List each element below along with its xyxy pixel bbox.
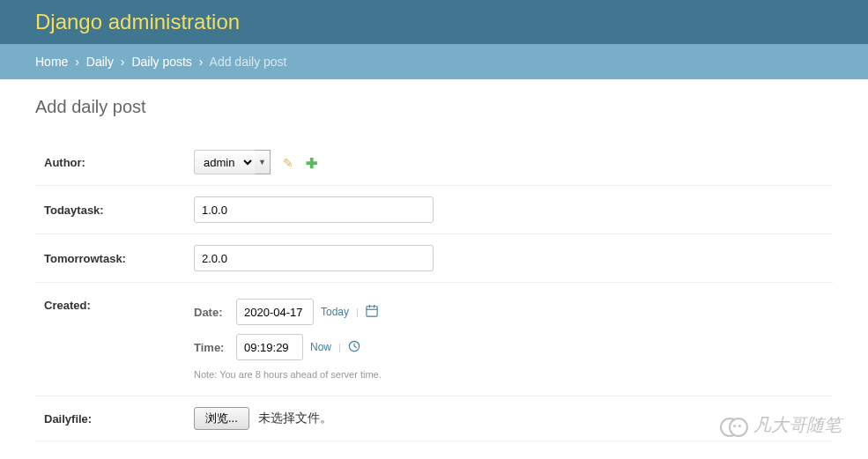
watermark-text: 凡大哥随笔: [753, 413, 842, 437]
tomorrowtask-label: Tomorrowtask:: [44, 252, 194, 265]
svg-rect-0: [367, 306, 377, 315]
watermark: 凡大哥随笔: [720, 413, 842, 437]
tomorrowtask-input[interactable]: [194, 245, 434, 271]
breadcrumb-sep: ›: [121, 55, 125, 69]
breadcrumb-sep: ›: [75, 55, 79, 69]
wechat-icon: [720, 415, 746, 436]
chevron-down-icon[interactable]: ▼: [255, 150, 271, 174]
row-created: Created: Date: Today | Time: Now | No: [35, 283, 833, 396]
today-link[interactable]: Today: [321, 306, 349, 318]
timezone-note: Note: You are 8 hours ahead of server ti…: [194, 369, 824, 380]
site-title: Django administration: [35, 10, 240, 34]
row-dailyfile: Dailyfile: 浏览... 未选择文件。: [35, 396, 833, 441]
pipe: |: [338, 342, 341, 352]
todaytask-input[interactable]: [194, 196, 434, 223]
breadcrumb: Home › Daily › Daily posts › Add daily p…: [0, 44, 868, 79]
row-todaytask: Todaytask:: [35, 186, 833, 234]
calendar-icon[interactable]: [366, 305, 378, 320]
browse-button[interactable]: 浏览...: [194, 407, 249, 430]
svg-line-6: [354, 346, 357, 348]
content: Add daily post Author: admin ▼ ✎ ✚ Today…: [0, 79, 868, 459]
created-label: Created:: [44, 299, 194, 312]
file-status: 未选择文件。: [258, 411, 332, 425]
date-input[interactable]: [236, 299, 314, 325]
page-title: Add daily post: [35, 97, 833, 117]
breadcrumb-sep: ›: [199, 55, 204, 69]
row-author: Author: admin ▼ ✎ ✚: [35, 139, 833, 186]
header: Django administration: [0, 0, 868, 44]
date-label: Date:: [194, 306, 229, 319]
breadcrumb-dailyposts[interactable]: Daily posts: [131, 55, 191, 69]
breadcrumb-current: Add daily post: [210, 55, 287, 69]
todaytask-label: Todaytask:: [44, 204, 194, 217]
breadcrumb-daily[interactable]: Daily: [86, 55, 114, 69]
clock-icon[interactable]: [348, 340, 360, 355]
plus-icon[interactable]: ✚: [306, 155, 317, 172]
breadcrumb-home[interactable]: Home: [35, 55, 68, 69]
time-input[interactable]: [236, 334, 303, 360]
now-link[interactable]: Now: [310, 341, 331, 353]
author-label: Author:: [44, 156, 194, 169]
dailyfile-label: Dailyfile:: [44, 412, 194, 426]
pencil-icon[interactable]: ✎: [283, 156, 293, 170]
author-select[interactable]: admin: [194, 150, 255, 174]
row-tomorrowtask: Tomorrowtask:: [35, 234, 833, 283]
time-label: Time:: [194, 341, 229, 354]
pipe: |: [356, 307, 359, 317]
